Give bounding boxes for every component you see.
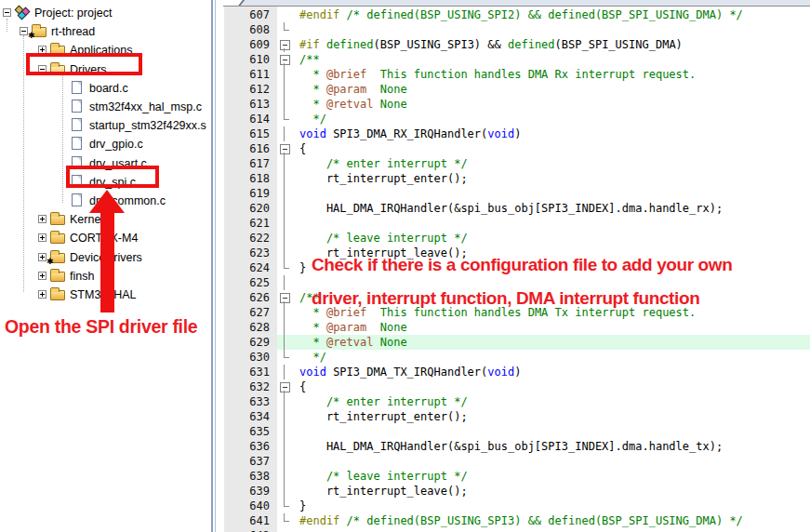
code-text[interactable]: void SPI3_DMA_TX_IRQHandler(void): [291, 365, 810, 379]
code-text[interactable]: /* enter interrupt */: [291, 156, 810, 171]
fold-margin: [277, 156, 291, 171]
code-text[interactable]: [291, 22, 810, 37]
fold-toggle-icon[interactable]: [277, 141, 291, 156]
code-line-641[interactable]: 641#endif /* defined(BSP_USING_SPI3) && …: [223, 513, 810, 528]
collapse-toggle-icon[interactable]: [3, 8, 11, 17]
code-line-621[interactable]: 621: [223, 216, 810, 231]
line-number: 625: [223, 275, 277, 290]
code-line-632[interactable]: 632{: [223, 379, 810, 394]
code-line-613[interactable]: 613 * @retval None: [223, 97, 810, 112]
code-text[interactable]: #if defined(BSP_USING_SPI3) && defined(B…: [291, 37, 810, 52]
code-line-607[interactable]: 607#endif /* defined(BSP_USING_SPI2) && …: [223, 7, 810, 22]
code-text[interactable]: /* enter interrupt */: [291, 394, 810, 409]
code-line-611[interactable]: 611 * @brief This function handles DMA R…: [223, 67, 810, 82]
code-text[interactable]: void SPI3_DMA_RX_IRQHandler(void): [291, 126, 810, 141]
code-line-608[interactable]: 608: [223, 22, 810, 37]
code-text[interactable]: rt_interrupt_leave();: [291, 484, 810, 499]
expand-toggle-icon[interactable]: [38, 253, 46, 261]
code-text[interactable]: rt_interrupt_enter();: [291, 409, 810, 424]
code-text[interactable]: /**: [291, 52, 810, 67]
code-line-635[interactable]: 635: [223, 424, 810, 439]
fold-margin: [277, 246, 291, 260]
tree-item-rt-thread[interactable]: ✱rt-thread: [0, 22, 211, 41]
code-line-633[interactable]: 633 /* enter interrupt */: [223, 394, 810, 409]
fold-toggle-icon[interactable]: [277, 52, 291, 67]
fold-toggle-icon[interactable]: [277, 379, 291, 394]
collapse-toggle-icon[interactable]: [20, 27, 28, 35]
code-text[interactable]: */: [291, 112, 810, 126]
fold-margin: [277, 186, 291, 201]
code-text[interactable]: [291, 186, 810, 201]
tree-item-label: startup_stm32f429xx.s: [89, 116, 206, 135]
code-text[interactable]: */: [291, 350, 810, 365]
code-text[interactable]: [291, 216, 810, 231]
code-text[interactable]: * @param None: [291, 320, 810, 335]
fold-margin: [277, 201, 291, 216]
tree-item-label: rt-thread: [51, 22, 95, 41]
editor-tab[interactable]: [236, 0, 810, 7]
code-line-619[interactable]: 619: [223, 186, 810, 201]
pane-splitter[interactable]: [211, 0, 216, 532]
fold-margin: [277, 171, 291, 186]
code-line-617[interactable]: 617 /* enter interrupt */: [223, 156, 810, 171]
code-line-622[interactable]: 622 /* leave interrupt */: [223, 231, 810, 246]
code-line-630[interactable]: 630 */: [223, 350, 810, 365]
code-line-628[interactable]: 628 * @param None: [223, 320, 810, 335]
code-text[interactable]: /* leave interrupt */: [291, 231, 810, 246]
fold-margin: [277, 7, 291, 22]
code-line-629[interactable]: 629 * @retval None: [223, 335, 810, 350]
line-number: 637: [223, 454, 277, 469]
code-text[interactable]: * @retval None: [291, 97, 810, 112]
code-text[interactable]: [291, 528, 810, 532]
expand-toggle-icon[interactable]: [38, 233, 46, 242]
code-line-620[interactable]: 620 HAL_DMA_IRQHandler(&spi_bus_obj[SPI3…: [223, 201, 810, 216]
code-text[interactable]: HAL_DMA_IRQHandler(&spi_bus_obj[SPI3_IND…: [291, 201, 810, 216]
tree-item-board-c[interactable]: board.c: [0, 79, 211, 98]
code-line-615[interactable]: 615void SPI3_DMA_RX_IRQHandler(void): [223, 126, 810, 141]
expand-toggle-icon[interactable]: [38, 215, 46, 223]
tree-item-stm32f4xx-hal-msp-c[interactable]: stm32f4xx_hal_msp.c: [0, 98, 211, 116]
fold-toggle-icon[interactable]: [277, 290, 291, 305]
code-text[interactable]: * @brief This function handles DMA Rx in…: [291, 67, 810, 82]
tree-item-project-project[interactable]: Project: project: [0, 4, 211, 22]
code-text[interactable]: {: [291, 141, 810, 156]
line-number: 620: [223, 201, 277, 216]
code-text[interactable]: [291, 454, 810, 469]
code-text[interactable]: [291, 424, 810, 439]
expand-toggle-icon[interactable]: [38, 272, 46, 280]
code-line-618[interactable]: 618 rt_interrupt_enter();: [223, 171, 810, 186]
code-line-612[interactable]: 612 * @param None: [223, 82, 810, 97]
code-line-610[interactable]: 610/**: [223, 52, 810, 67]
line-number: 618: [223, 171, 277, 186]
code-line-638[interactable]: 638 /* leave interrupt */: [223, 469, 810, 484]
code-text[interactable]: {: [291, 379, 810, 394]
code-text[interactable]: * @retval None: [291, 335, 810, 350]
code-line-636[interactable]: 636 HAL_DMA_IRQHandler(&spi_bus_obj[SPI3…: [223, 439, 810, 454]
code-line-637[interactable]: 637: [223, 454, 810, 469]
ide-window: Project: project✱rt-threadApplicationsDr…: [0, 0, 810, 532]
tree-item-drv-gpio-c[interactable]: drv_gpio.c: [0, 135, 211, 153]
expand-toggle-icon[interactable]: [38, 290, 46, 299]
tree-item-startup-stm32f429xx-s[interactable]: startup_stm32f429xx.s: [0, 116, 211, 135]
code-line-614[interactable]: 614 */: [223, 112, 810, 126]
code-text[interactable]: #endif /* defined(BSP_USING_SPI2) && def…: [291, 7, 810, 22]
fold-toggle-icon[interactable]: [277, 37, 291, 52]
fold-margin: [277, 499, 291, 513]
code-text[interactable]: }: [291, 499, 810, 513]
code-line-616[interactable]: 616{: [223, 141, 810, 156]
fold-margin: [277, 335, 291, 350]
line-number: 622: [223, 231, 277, 246]
code-line-639[interactable]: 639 rt_interrupt_leave();: [223, 484, 810, 499]
code-line-609[interactable]: 609#if defined(BSP_USING_SPI3) && define…: [223, 37, 810, 52]
code-text[interactable]: * @param None: [291, 82, 810, 97]
file-icon: [72, 100, 82, 113]
code-line-634[interactable]: 634 rt_interrupt_enter();: [223, 409, 810, 424]
code-line-642[interactable]: 642: [223, 528, 810, 532]
code-text[interactable]: #endif /* defined(BSP_USING_SPI3) && def…: [291, 513, 810, 528]
code-text[interactable]: rt_interrupt_enter();: [291, 171, 810, 186]
code-text[interactable]: HAL_DMA_IRQHandler(&spi_bus_obj[SPI3_IND…: [291, 439, 810, 454]
code-text[interactable]: /* leave interrupt */: [291, 469, 810, 484]
code-line-631[interactable]: 631void SPI3_DMA_TX_IRQHandler(void): [223, 365, 810, 379]
code-line-640[interactable]: 640}: [223, 499, 810, 513]
fold-margin: [277, 528, 291, 532]
